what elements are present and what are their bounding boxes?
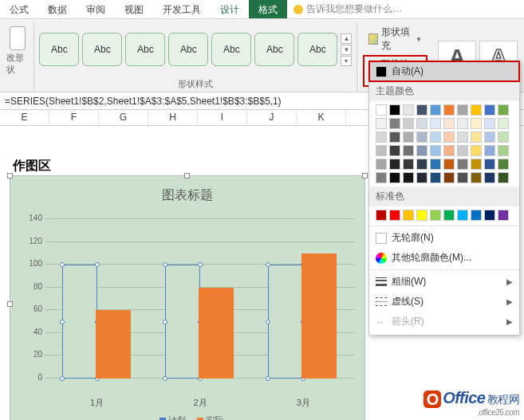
- color-swatch[interactable]: [443, 159, 455, 170]
- outline-weight[interactable]: 粗细(W) ▶: [369, 272, 519, 292]
- color-swatch[interactable]: [471, 159, 482, 170]
- color-swatch[interactable]: [430, 104, 441, 116]
- color-swatch[interactable]: [484, 118, 495, 129]
- tab-review[interactable]: 审阅: [77, 0, 115, 18]
- color-swatch[interactable]: [471, 172, 482, 183]
- color-swatch[interactable]: [389, 172, 400, 183]
- color-swatch[interactable]: [389, 131, 400, 143]
- color-swatch[interactable]: [498, 131, 509, 143]
- no-outline[interactable]: 无轮廓(N): [369, 228, 519, 248]
- color-swatch[interactable]: [484, 131, 495, 143]
- bar-plan[interactable]: [268, 265, 303, 379]
- color-swatch[interactable]: [484, 210, 495, 221]
- selection-handle[interactable]: [7, 173, 13, 179]
- style-preset-5[interactable]: Abc: [211, 33, 251, 66]
- color-swatch[interactable]: [376, 131, 387, 143]
- col-h[interactable]: H: [148, 110, 198, 125]
- color-swatch[interactable]: [484, 145, 495, 156]
- bar-plan[interactable]: [165, 265, 200, 379]
- color-swatch[interactable]: [457, 145, 468, 156]
- color-swatch[interactable]: [443, 131, 455, 143]
- color-swatch[interactable]: [498, 159, 509, 170]
- color-swatch[interactable]: [389, 118, 400, 129]
- bar-plan[interactable]: [62, 265, 97, 379]
- color-swatch[interactable]: [403, 118, 414, 129]
- color-swatch[interactable]: [376, 118, 387, 129]
- style-preset-1[interactable]: Abc: [39, 33, 79, 66]
- color-swatch[interactable]: [457, 159, 468, 170]
- color-swatch[interactable]: [430, 145, 441, 156]
- color-swatch[interactable]: [430, 131, 441, 143]
- tab-format[interactable]: 格式: [249, 0, 287, 18]
- color-swatch[interactable]: [430, 172, 441, 183]
- selection-handle[interactable]: [7, 301, 13, 307]
- bar-actual[interactable]: [96, 310, 131, 379]
- color-swatch[interactable]: [457, 210, 468, 221]
- chart-legend[interactable]: 计划 实际: [10, 414, 364, 420]
- outline-auto[interactable]: 自动(A): [369, 61, 519, 81]
- chart-title[interactable]: 图表标题: [10, 176, 364, 210]
- color-swatch[interactable]: [471, 118, 482, 129]
- color-swatch[interactable]: [416, 104, 427, 116]
- color-swatch[interactable]: [376, 210, 387, 221]
- bar-actual[interactable]: [301, 253, 337, 379]
- style-preset-6[interactable]: Abc: [254, 33, 294, 66]
- color-swatch[interactable]: [376, 159, 387, 170]
- tab-dev[interactable]: 开发工具: [153, 0, 211, 18]
- col-g[interactable]: G: [99, 110, 148, 125]
- color-swatch[interactable]: [430, 159, 441, 170]
- chart-object[interactable]: 图表标题 020406080100120140 计划 实际 1月2月3月: [10, 175, 365, 420]
- color-swatch[interactable]: [443, 210, 455, 221]
- color-swatch[interactable]: [457, 118, 468, 129]
- selection-handle[interactable]: [184, 173, 190, 179]
- selection-handle[interactable]: [362, 173, 368, 179]
- plot-area[interactable]: 020406080100120140: [45, 219, 355, 379]
- col-e[interactable]: E: [0, 110, 49, 125]
- color-swatch[interactable]: [403, 210, 414, 221]
- color-swatch[interactable]: [389, 159, 400, 170]
- color-swatch[interactable]: [443, 104, 455, 116]
- col-f[interactable]: F: [49, 110, 99, 125]
- gallery-up[interactable]: ▲: [341, 33, 352, 44]
- tab-formula[interactable]: 公式: [0, 0, 38, 18]
- color-swatch[interactable]: [457, 104, 468, 116]
- tab-view[interactable]: 视图: [115, 0, 153, 18]
- gallery-down[interactable]: ▼: [341, 45, 352, 55]
- color-swatch[interactable]: [416, 145, 427, 156]
- color-swatch[interactable]: [389, 210, 400, 221]
- color-swatch[interactable]: [403, 104, 414, 116]
- tab-design[interactable]: 设计: [211, 0, 249, 18]
- color-swatch[interactable]: [471, 131, 482, 143]
- color-swatch[interactable]: [403, 145, 414, 156]
- color-swatch[interactable]: [498, 104, 509, 116]
- color-swatch[interactable]: [498, 210, 509, 221]
- color-swatch[interactable]: [416, 210, 427, 221]
- color-swatch[interactable]: [416, 118, 427, 129]
- gallery-more[interactable]: ▾: [341, 56, 352, 66]
- style-preset-7[interactable]: Abc: [297, 33, 337, 66]
- col-j[interactable]: J: [247, 110, 297, 125]
- shape-fill-button[interactable]: 形状填充 ▼: [364, 24, 427, 54]
- color-swatch[interactable]: [403, 159, 414, 170]
- color-swatch[interactable]: [443, 145, 455, 156]
- color-swatch[interactable]: [389, 145, 400, 156]
- color-swatch[interactable]: [457, 131, 468, 143]
- color-swatch[interactable]: [457, 172, 468, 183]
- color-swatch[interactable]: [471, 145, 482, 156]
- change-shape[interactable]: 改形状: [6, 26, 29, 76]
- col-i[interactable]: I: [198, 110, 247, 125]
- color-swatch[interactable]: [498, 172, 509, 183]
- color-swatch[interactable]: [416, 172, 427, 183]
- color-swatch[interactable]: [443, 118, 455, 129]
- color-swatch[interactable]: [498, 118, 509, 129]
- color-swatch[interactable]: [443, 172, 455, 183]
- color-swatch[interactable]: [376, 172, 387, 183]
- style-preset-3[interactable]: Abc: [125, 33, 165, 66]
- color-swatch[interactable]: [484, 159, 495, 170]
- style-preset-2[interactable]: Abc: [82, 33, 122, 66]
- color-swatch[interactable]: [416, 131, 427, 143]
- tab-data[interactable]: 数据: [38, 0, 77, 18]
- color-swatch[interactable]: [376, 104, 387, 116]
- color-swatch[interactable]: [416, 159, 427, 170]
- more-outline-colors[interactable]: 其他轮廓颜色(M)...: [369, 248, 519, 268]
